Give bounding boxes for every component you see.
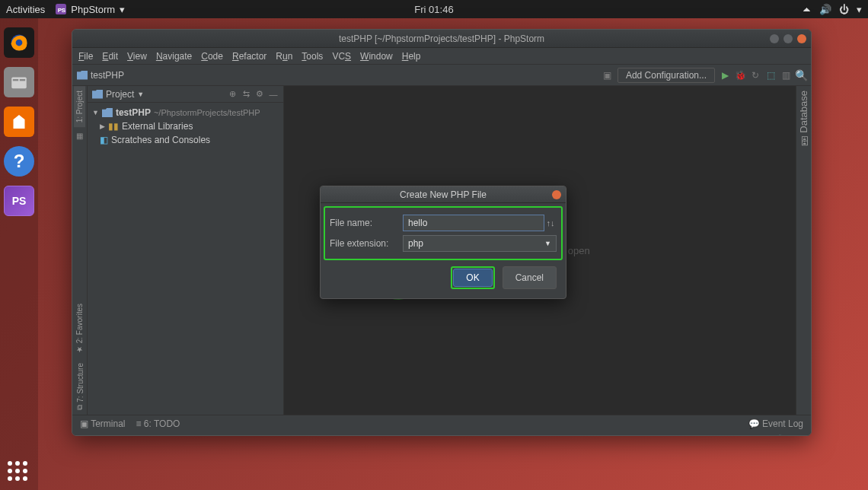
library-icon: ▮▮ xyxy=(108,121,119,132)
coverage-icon[interactable]: ⬚ xyxy=(765,70,776,81)
tree-root[interactable]: ▼ testPHP ~/PhpstormProjects/testPHP xyxy=(88,106,283,119)
svg-point-3 xyxy=(16,40,23,46)
terminal-button[interactable]: ▣ Terminal xyxy=(80,418,125,429)
maximize-icon[interactable] xyxy=(783,34,793,43)
dock-software[interactable] xyxy=(4,107,34,137)
menu-vcs[interactable]: VCS xyxy=(332,51,351,62)
svg-text:PS: PS xyxy=(58,7,65,14)
project-tool-window: Project ▼ ⊕ ⇆ ⚙ — ▼ testPHP ~/PhpstormPr… xyxy=(88,86,284,415)
todo-button[interactable]: ≡ 6: TODO xyxy=(136,418,180,429)
run-icon[interactable]: ▶ xyxy=(720,70,730,81)
volume-icon[interactable]: 🔊 xyxy=(819,4,831,15)
extension-value: php xyxy=(408,238,423,249)
menu-edit[interactable]: Edit xyxy=(102,51,118,62)
ok-highlight: OK xyxy=(451,266,494,289)
tree-label: Scratches and Consoles xyxy=(111,135,210,145)
close-icon[interactable] xyxy=(797,34,806,43)
inspections-icon[interactable]: ☻ xyxy=(793,434,803,436)
chevron-down-icon[interactable]: ▼ xyxy=(137,91,144,98)
highlight-box: File name: ↑↓ File extension: php ▼ xyxy=(324,206,563,260)
lock-icon[interactable]: 🔒 xyxy=(774,434,786,436)
menu-run[interactable]: Run xyxy=(276,51,292,62)
minimize-icon[interactable] xyxy=(770,34,779,43)
chevron-down-icon: ▼ xyxy=(544,240,551,247)
extension-select[interactable]: php ▼ xyxy=(403,235,557,252)
create-php-file-dialog: Create New PHP File File name: ↑↓ File e… xyxy=(320,186,566,299)
tree-label: External Libraries xyxy=(122,121,193,132)
scratches-icon: ◧ xyxy=(100,135,108,145)
navigation-bar: testPHP ▣ Add Configuration... ▶ 🐞 ↻ ⬚ ▥… xyxy=(72,65,811,86)
editor-status-bar: 1:6 🔒 ☻ xyxy=(72,431,811,436)
dialog-close-icon[interactable] xyxy=(552,190,561,199)
gutter-icon: ▦ xyxy=(76,132,83,140)
filename-label: File name: xyxy=(330,218,398,228)
hide-icon[interactable]: — xyxy=(268,89,279,100)
tree-root-path: ~/PhpstormProjects/testPHP xyxy=(154,108,260,117)
gutter-project[interactable]: 1: Project xyxy=(74,86,85,127)
menu-view[interactable]: View xyxy=(127,51,147,62)
tree-root-name: testPHP xyxy=(116,107,151,118)
dialog-title: Create New PHP File xyxy=(400,189,487,200)
project-panel-header: Project ▼ ⊕ ⇆ ⚙ — xyxy=(88,86,283,103)
dialog-titlebar: Create New PHP File xyxy=(321,186,566,203)
locate-icon[interactable]: ⊕ xyxy=(227,89,238,100)
tree-scratches[interactable]: ◧ Scratches and Consoles xyxy=(88,133,283,147)
menu-bar: File Edit View Navigate Code Refactor Ru… xyxy=(72,48,811,65)
chevron-right-icon: ▶ xyxy=(100,123,105,130)
event-log-button[interactable]: 💬 Event Log xyxy=(748,418,803,429)
project-view-selector[interactable]: Project xyxy=(106,89,134,100)
breadcrumb-item[interactable]: testPHP xyxy=(91,70,124,81)
sort-icon[interactable]: ↑↓ xyxy=(544,218,557,228)
menu-tools[interactable]: Tools xyxy=(302,51,323,62)
ok-button[interactable]: OK xyxy=(453,269,492,287)
status-bar: ▣ Terminal ≡ 6: TODO 💬 Event Log xyxy=(72,415,811,431)
svg-rect-6 xyxy=(20,79,25,81)
folder-icon xyxy=(102,108,113,117)
dock-firefox[interactable] xyxy=(4,27,34,58)
gutter-structure[interactable]: ⧉7: Structure xyxy=(74,358,86,415)
cancel-button[interactable]: Cancel xyxy=(503,266,557,289)
app-indicator[interactable]: PS PhpStorm ▾ xyxy=(56,4,125,15)
gutter-database[interactable]: 🗄Database xyxy=(796,86,811,150)
chevron-down-icon: ▼ xyxy=(92,109,99,116)
window-titlebar: testPHP [~/PhpstormProjects/testPHP] - P… xyxy=(72,30,811,48)
collapse-icon[interactable]: ⇆ xyxy=(241,89,251,100)
show-applications-icon[interactable] xyxy=(8,461,27,481)
dock-phpstorm[interactable]: PS xyxy=(4,186,34,216)
menu-help[interactable]: Help xyxy=(402,51,421,62)
dock-files[interactable] xyxy=(4,67,34,97)
activities-button[interactable]: Activities xyxy=(6,4,45,15)
folder-icon xyxy=(92,90,103,99)
debug-icon[interactable]: 🐞 xyxy=(735,70,745,81)
breadcrumb[interactable]: testPHP xyxy=(77,70,124,81)
build-icon[interactable]: ▣ xyxy=(602,70,613,81)
menu-file[interactable]: File xyxy=(78,51,93,62)
search-icon[interactable]: 🔍 xyxy=(796,70,806,81)
layout-icon[interactable]: ▥ xyxy=(780,70,791,81)
network-icon[interactable]: ⏶ xyxy=(802,4,812,15)
clock[interactable]: Fri 01:46 xyxy=(414,4,453,15)
caret-position[interactable]: 1:6 xyxy=(755,434,767,436)
add-configuration-button[interactable]: Add Configuration... xyxy=(617,68,715,83)
gear-icon[interactable]: ⚙ xyxy=(254,89,265,100)
stop-icon[interactable]: ↻ xyxy=(750,70,761,81)
dock-help[interactable]: ? xyxy=(4,146,34,177)
ubuntu-dock: ? PS xyxy=(0,18,38,490)
svg-rect-4 xyxy=(11,78,27,89)
right-tool-gutter: 🗄Database xyxy=(796,86,811,415)
filename-input[interactable] xyxy=(403,215,544,231)
menu-refactor[interactable]: Refactor xyxy=(232,51,266,62)
menu-navigate[interactable]: Navigate xyxy=(156,51,192,62)
svg-rect-5 xyxy=(13,79,18,81)
menu-code[interactable]: Code xyxy=(201,51,223,62)
project-tree[interactable]: ▼ testPHP ~/PhpstormProjects/testPHP ▶ ▮… xyxy=(88,103,283,150)
gutter-favorites[interactable]: ★2: Favorites xyxy=(74,299,85,358)
left-tool-gutter: 1: Project ▦ ★2: Favorites ⧉7: Structure xyxy=(72,86,88,415)
extension-label: File extension: xyxy=(330,238,398,249)
system-menu-chevron-icon[interactable]: ▾ xyxy=(857,4,862,15)
menu-window[interactable]: Window xyxy=(360,51,393,62)
window-title: testPHP [~/PhpstormProjects/testPHP] - P… xyxy=(339,33,544,44)
power-icon[interactable]: ⏻ xyxy=(839,4,849,15)
gnome-topbar: Activities PS PhpStorm ▾ Fri 01:46 ⏶ 🔊 ⏻… xyxy=(0,0,868,18)
tree-external-libraries[interactable]: ▶ ▮▮ External Libraries xyxy=(88,119,283,133)
